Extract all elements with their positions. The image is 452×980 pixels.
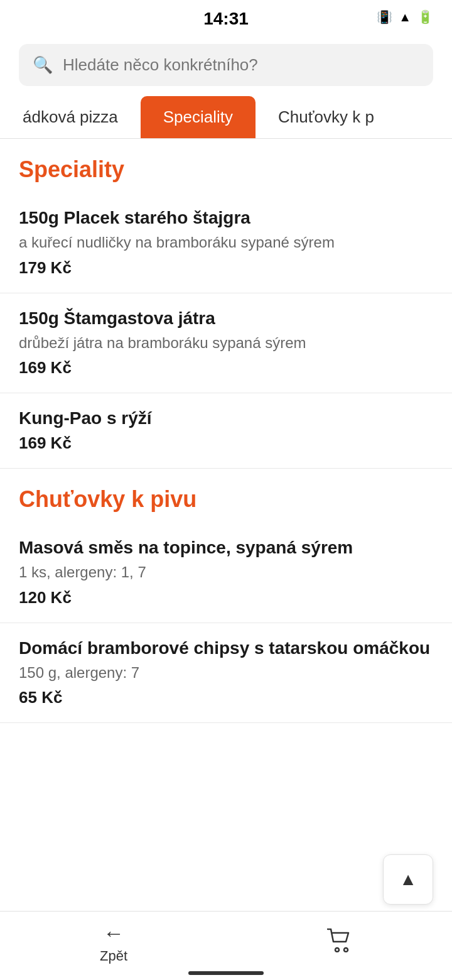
item-name-4: Masová směs na topince, sypaná sýrem <box>19 538 433 558</box>
menu-item-2[interactable]: 150g Štamgastova játra drůbeží játra na … <box>0 293 452 394</box>
search-input[interactable] <box>63 55 419 75</box>
tab-speciality[interactable]: Speciality <box>141 96 256 138</box>
search-icon: 🔍 <box>33 55 53 75</box>
vibrate-icon: 📳 <box>377 9 392 24</box>
svg-point-0 <box>335 948 339 952</box>
tab-pizza[interactable]: ádková pizza <box>0 96 141 138</box>
item-desc-2: drůbeží játra na bramboráku sypaná sýrem <box>19 332 433 354</box>
home-indicator <box>188 971 264 975</box>
item-price-5: 65 Kč <box>19 688 433 707</box>
chevron-up-icon: ▲ <box>399 869 417 890</box>
item-name-5: Domácí bramborové chipsy s tatarskou omá… <box>19 638 433 658</box>
item-name-1: 150g Placek starého štajgra <box>19 208 433 228</box>
scroll-top-button[interactable]: ▲ <box>383 854 433 905</box>
menu-item-4[interactable]: Masová směs na topince, sypaná sýrem 1 k… <box>0 523 452 623</box>
svg-point-1 <box>344 948 348 952</box>
tab-chutovky[interactable]: Chuťovky k p <box>256 96 397 138</box>
menu-item-1[interactable]: 150g Placek starého štajgra a kuřecí nud… <box>0 193 452 293</box>
item-name-3: Kung-Pao s rýží <box>19 408 433 428</box>
back-button[interactable]: ← Zpět <box>81 915 146 971</box>
status-icons: 📳 ▲ 🔋 <box>377 9 433 24</box>
cart-button[interactable] <box>308 922 371 964</box>
section-header-chutovky: Chuťovky k pivu <box>0 469 452 523</box>
item-price-1: 179 Kč <box>19 258 433 278</box>
category-tabs: ádková pizza Speciality Chuťovky k p <box>0 96 452 139</box>
search-bar[interactable]: 🔍 <box>19 44 433 86</box>
item-price-4: 120 Kč <box>19 588 433 607</box>
main-content: Speciality 150g Placek starého štajgra a… <box>0 139 452 805</box>
item-desc-4: 1 ks, alergeny: 1, 7 <box>19 562 433 583</box>
item-price-3: 169 Kč <box>19 433 433 453</box>
item-desc-5: 150 g, alergeny: 7 <box>19 662 433 683</box>
item-name-2: 150g Štamgastova játra <box>19 308 433 329</box>
item-desc-1: a kuřecí nudličky na bramboráku sypané s… <box>19 232 433 253</box>
menu-item-3[interactable]: Kung-Pao s rýží 169 Kč <box>0 393 452 469</box>
bottom-navigation: ← Zpět <box>0 911 452 980</box>
back-label: Zpět <box>100 948 127 964</box>
cart-icon <box>327 928 352 957</box>
back-icon: ← <box>103 921 124 945</box>
section-header-speciality: Speciality <box>0 139 452 193</box>
status-bar: 14:31 📳 ▲ 🔋 <box>0 0 452 38</box>
item-price-2: 169 Kč <box>19 358 433 378</box>
status-time: 14:31 <box>203 9 249 29</box>
menu-item-5[interactable]: Domácí bramborové chipsy s tatarskou omá… <box>0 623 452 724</box>
battery-icon: 🔋 <box>417 9 433 24</box>
wifi-icon: ▲ <box>399 10 411 24</box>
